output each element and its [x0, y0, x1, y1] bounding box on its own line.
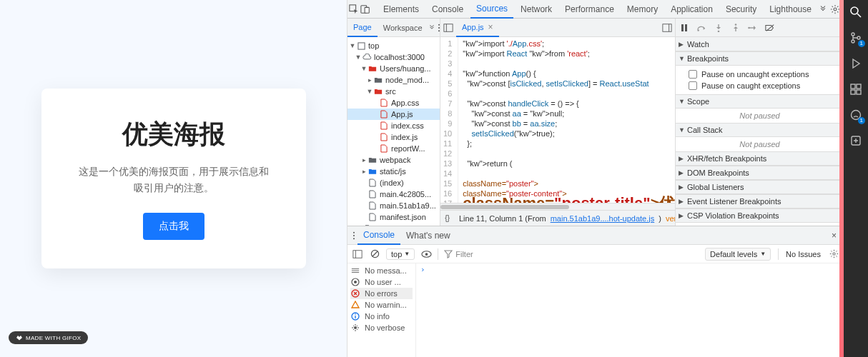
log-levels-selector[interactable]: Default levels▼	[705, 248, 771, 261]
debugger-sidebar: ▶Watch ▼Breakpoints Pause on uncaught ex…	[676, 19, 844, 226]
pause-uncaught-checkbox[interactable]: Pause on uncaught exceptions	[689, 69, 839, 80]
issues-count[interactable]: No Issues	[786, 250, 821, 258]
svg-point-32	[832, 253, 834, 255]
svg-point-7	[438, 24, 440, 25]
devtools-tab-elements[interactable]: Elements	[378, 0, 425, 19]
devtools-tab-sources[interactable]: Sources	[470, 0, 513, 19]
close-file-tab-icon[interactable]: ×	[488, 22, 493, 32]
pause-caught-checkbox[interactable]: Pause on caught exceptions	[689, 80, 839, 91]
csp-section[interactable]: ▶CSP Violation Breakpoints	[676, 208, 844, 223]
drawer-tab-whatsnew[interactable]: What's new	[400, 226, 456, 245]
code-area[interactable]: "kw">import './App.css';"kw">import Reac…	[458, 37, 675, 203]
svg-line-29	[372, 251, 377, 256]
nav-tab-workspace[interactable]: Workspace	[378, 19, 428, 37]
devtools-tab-network[interactable]: Network	[515, 0, 558, 19]
event-section[interactable]: ▶Event Listener Breakpoints	[676, 194, 844, 208]
global-section[interactable]: ▶Global Listeners	[676, 180, 844, 194]
tree-top[interactable]: ▼top	[347, 40, 440, 51]
tree-file-main4c2805[interactable]: main.4c2805...	[347, 188, 440, 200]
svg-point-25	[353, 238, 355, 239]
source-control-badge: 1	[858, 40, 865, 47]
console-filter-row[interactable]: No errors	[350, 288, 413, 299]
toggle-navigator-icon[interactable]	[440, 23, 456, 33]
tree-file-reportW[interactable]: reportW...	[347, 143, 440, 154]
tree-file-main51ab1a9[interactable]: main.51ab1a9...	[347, 200, 440, 211]
extensions-icon[interactable]	[848, 81, 864, 97]
devtools-tab-memory[interactable]: Memory	[621, 0, 664, 19]
console-prompt[interactable]: ›	[416, 263, 844, 357]
console-drawer: Console What's new × top▼ Filter Default…	[347, 226, 844, 357]
testing-icon[interactable]	[848, 133, 864, 149]
dom-section[interactable]: ▶DOM Breakpoints	[676, 166, 844, 180]
nav-tab-page[interactable]: Page	[347, 19, 378, 37]
breakpoints-section[interactable]: ▼Breakpoints	[676, 51, 844, 66]
step-into-icon[interactable]	[713, 22, 724, 34]
console-filter-row[interactable]: No user ...	[350, 276, 413, 288]
tree-staticjs[interactable]: ▸static/js	[347, 166, 440, 177]
tree-index[interactable]: (index)	[347, 177, 440, 188]
tree-webpack[interactable]: ▸webpack	[347, 154, 440, 166]
tree-src[interactable]: ▼src	[347, 86, 440, 97]
console-sidebar: No messa...No user ...No errorsNo warnin…	[347, 263, 416, 357]
callstack-section[interactable]: ▼Call Stack	[676, 123, 844, 137]
remote-icon[interactable]: 1	[848, 107, 864, 123]
scope-not-paused: Not paused	[676, 109, 844, 123]
device-toggle-icon[interactable]	[360, 3, 370, 16]
drawer-tab-console[interactable]: Console	[357, 226, 400, 245]
sources-navigator: Page Workspace ▼top▼localhost:3000▼Users…	[347, 19, 440, 226]
tabs-overflow-icon[interactable]	[819, 3, 827, 16]
toggle-debugger-icon[interactable]	[659, 23, 675, 33]
step-over-icon[interactable]	[696, 22, 707, 34]
svg-point-9	[438, 30, 440, 31]
tree-users[interactable]: ▼Users/huang...	[347, 63, 440, 74]
svg-line-44	[857, 14, 861, 17]
devtools-tab-performance[interactable]: Performance	[559, 0, 620, 19]
run-debug-icon[interactable]	[848, 56, 864, 71]
devtools-tab-security[interactable]: Security	[720, 0, 762, 19]
step-out-icon[interactable]	[730, 22, 741, 34]
svg-rect-26	[353, 250, 362, 258]
console-filter-row[interactable]: No warnin...	[350, 299, 413, 311]
tree-host[interactable]: ▼localhost:3000	[347, 51, 440, 63]
tree-file-manifestjson[interactable]: manifest.json	[347, 211, 440, 223]
gifox-badge: MADE WITH GIFOX	[9, 331, 88, 344]
xhr-section[interactable]: ▶XHR/fetch Breakpoints	[676, 151, 844, 166]
tree-file-Appjs[interactable]: App.js	[347, 109, 440, 120]
tree-file-Appcss[interactable]: App.css	[347, 97, 440, 109]
devtools-tab-application[interactable]: Application	[665, 0, 719, 19]
pretty-print-icon[interactable]: {}	[445, 214, 455, 223]
devtools-tab-lighthouse[interactable]: Lighthouse	[764, 0, 817, 19]
editor-file-tab[interactable]: App.js ×	[456, 19, 499, 37]
editor-horizontal-scrollbar[interactable]	[440, 203, 675, 210]
devtools-tab-bar: ElementsConsoleSourcesNetworkPerformance…	[347, 0, 844, 19]
search-icon[interactable]	[848, 4, 864, 20]
console-settings-icon[interactable]	[828, 248, 839, 260]
console-filter-row[interactable]: No messa...	[350, 265, 413, 276]
watch-section[interactable]: ▶Watch	[676, 37, 844, 51]
tree-file-indexcss[interactable]: index.css	[347, 120, 440, 131]
tree-file-indexjs[interactable]: index.js	[347, 131, 440, 143]
devtools-panel: ElementsConsoleSourcesNetworkPerformance…	[347, 0, 844, 357]
poster-button[interactable]: 点击我	[143, 213, 204, 240]
console-filter[interactable]: Filter	[444, 250, 473, 258]
scope-section[interactable]: ▼Scope	[676, 94, 844, 109]
source-map-link[interactable]: main.51ab1a9....hot-update.js	[551, 214, 655, 223]
toggle-console-sidebar-icon[interactable]	[352, 248, 363, 260]
svg-text:{}: {}	[445, 214, 450, 222]
tree-node-modules[interactable]: ▸node_mod...	[347, 74, 440, 86]
step-icon[interactable]	[747, 22, 759, 34]
console-filter-row[interactable]: No info	[350, 311, 413, 322]
inspect-icon[interactable]	[349, 3, 359, 16]
clear-console-icon[interactable]	[369, 248, 380, 260]
svg-point-37	[354, 281, 357, 283]
pause-icon[interactable]	[679, 22, 690, 34]
svg-rect-48	[851, 84, 855, 89]
source-control-icon[interactable]: 1	[848, 30, 864, 46]
devtools-tab-console[interactable]: Console	[426, 0, 469, 19]
context-selector[interactable]: top▼	[386, 248, 415, 260]
nav-overflow-icon[interactable]	[428, 24, 435, 31]
console-filter-row[interactable]: No verbose	[350, 322, 413, 333]
live-expression-icon[interactable]	[420, 248, 432, 260]
drawer-kebab-icon[interactable]	[350, 231, 357, 240]
deactivate-breakpoints-icon[interactable]	[764, 22, 776, 34]
